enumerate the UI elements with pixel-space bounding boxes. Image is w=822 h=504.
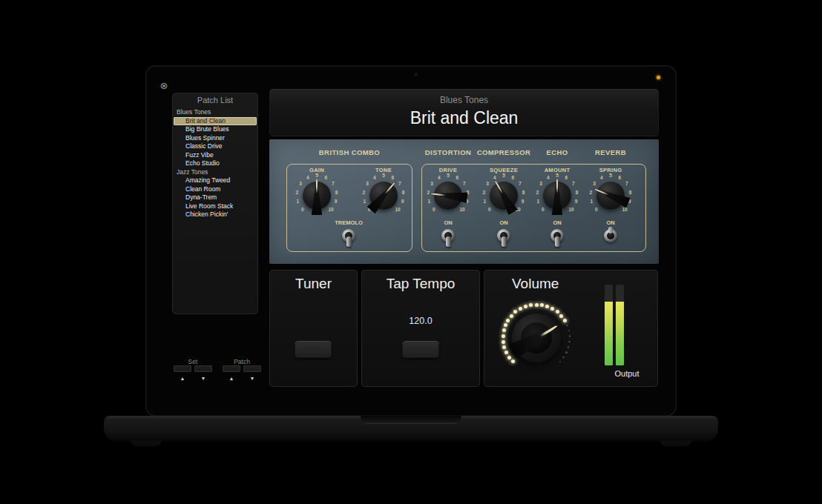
patch-list-item[interactable]: Live Room Stack: [174, 202, 257, 211]
led-dot-lit: [540, 303, 544, 307]
patch-prev-button[interactable]: [223, 365, 240, 372]
close-window-icon[interactable]: ⊗: [158, 80, 170, 92]
led-dot-lit: [502, 334, 505, 338]
set-label: Set: [174, 358, 212, 365]
patch-list-items: Blues TonesBrit and CleanBig Brute Blues…: [174, 108, 257, 219]
knob-scale-number: 8: [626, 190, 635, 196]
tuner-title: Tuner: [269, 276, 358, 292]
echo-on-label: ON: [535, 219, 579, 226]
amount-knob[interactable]: 012345678910: [529, 168, 585, 224]
amp-panel: BRITISH COMBO DISTORTION COMPRESSOR ECHO…: [269, 139, 659, 264]
knob-scale-number: 3: [590, 181, 599, 187]
led-dot-lit: [559, 314, 563, 318]
volume-knob[interactable]: [496, 297, 577, 379]
gain-knob[interactable]: 012345678910: [289, 168, 345, 224]
knob-scale-number: 4: [303, 175, 312, 181]
knob-scale-number: 7: [329, 181, 338, 187]
patch-group-label: Blues Tones: [174, 108, 257, 117]
knob-scale-number: 1: [587, 199, 596, 205]
knob-scale-number: 0: [430, 207, 438, 213]
knob-scale-number: 3: [296, 181, 305, 187]
patch-list-item[interactable]: Amazing Tweed: [174, 176, 257, 185]
knob-scale-number: 0: [592, 207, 601, 213]
tone-knob[interactable]: 012345678910: [355, 168, 412, 224]
spring-knob[interactable]: 012345678910: [582, 168, 639, 224]
led-dot-lit: [504, 351, 508, 354]
reverb-toggle-switch[interactable]: [602, 228, 619, 250]
knob-scale-number: 7: [569, 181, 578, 187]
knob-scale-number: 7: [622, 181, 631, 187]
knob-scale-number: 9: [572, 199, 581, 205]
tap-tempo-button[interactable]: [402, 341, 439, 358]
patch-label: Patch: [223, 358, 261, 365]
led-dot-off: [566, 325, 568, 327]
patch-list-item[interactable]: Big Brute Blues: [174, 125, 257, 134]
patch-up-arrow-icon[interactable]: ▲: [223, 376, 240, 381]
led-dot-lit: [513, 310, 517, 314]
patch-list-item[interactable]: Blues Spinner: [174, 134, 257, 143]
knob-scale-number: 5: [606, 173, 615, 179]
led-dot-off: [568, 330, 571, 332]
set-down-arrow-icon[interactable]: ▼: [194, 376, 212, 381]
knob-scale-number: 5: [379, 173, 388, 179]
webcam-icon: [414, 73, 418, 76]
led-dot-off: [569, 335, 571, 337]
knob-scale-number: 8: [399, 190, 408, 196]
patch-list-item[interactable]: Echo Studio: [174, 159, 257, 168]
led-dot-lit: [502, 345, 506, 349]
set-prev-button[interactable]: [174, 365, 191, 372]
knob-scale-number: 1: [480, 199, 489, 205]
meter-unlit-segment: [605, 285, 613, 302]
led-dot-lit: [545, 305, 549, 308]
knob-scale-number: 0: [485, 207, 494, 213]
reverb-title: REVERB: [573, 148, 648, 156]
knob-scale-number: 0: [298, 207, 307, 213]
patch-list-item[interactable]: Brit and Clean: [174, 117, 257, 126]
reverb-on-label: ON: [588, 219, 633, 226]
patch-list-title: Patch List: [172, 96, 258, 105]
led-dot-lit: [502, 328, 506, 332]
toggle-lever: [346, 236, 352, 247]
toggle-lever: [608, 227, 613, 233]
patch-down-arrow-icon[interactable]: ▼: [243, 376, 261, 381]
patch-list-item[interactable]: Chicken Pickin': [174, 210, 257, 219]
compressor-toggle-switch[interactable]: [496, 228, 512, 250]
knob-scale-number: 9: [332, 199, 341, 205]
knob-scale-number: 7: [516, 181, 525, 187]
desktop-background: ⊗ Patch List Blues TonesBrit and CleanBi…: [0, 0, 822, 504]
set-up-arrow-icon[interactable]: ▲: [174, 376, 191, 381]
knob-scale-number: 9: [519, 199, 527, 205]
drive-knob[interactable]: 012345678910: [420, 168, 476, 224]
tuner-button[interactable]: [295, 341, 332, 358]
led-dot-lit: [519, 307, 522, 311]
knob-scale-number: 2: [479, 190, 488, 196]
set-next-button[interactable]: [194, 365, 212, 372]
output-meter-label: Output: [586, 369, 668, 378]
knob-scale-number: 4: [544, 175, 553, 181]
echo-toggle-switch[interactable]: [549, 228, 565, 250]
led-dot-lit: [529, 303, 533, 307]
squeeze-knob[interactable]: 012345678910: [476, 168, 532, 224]
knob-scale-number: 5: [444, 173, 453, 179]
laptop-foot-right: [660, 440, 691, 446]
patch-list-item[interactable]: Clean Room: [174, 185, 257, 194]
output-meters: [605, 285, 627, 365]
knob-scale-number: 2: [424, 190, 433, 196]
distortion-toggle-switch[interactable]: [440, 228, 456, 250]
patch-list-item[interactable]: Dyna-Trem: [174, 193, 257, 202]
knob-scale-number: 2: [533, 190, 542, 196]
knob-scale-number: 6: [453, 175, 461, 181]
knob-scale-number: 2: [359, 190, 368, 196]
tremolo-toggle-switch[interactable]: [341, 228, 357, 250]
knob-scale-number: 2: [292, 190, 301, 196]
knob-scale-number: 7: [395, 181, 404, 187]
patch-list-item[interactable]: Fuzz Vibe: [174, 151, 257, 160]
knob-scale-number: 6: [321, 175, 330, 181]
meter-lit-segment: [605, 302, 613, 365]
knob-scale-number: 5: [499, 173, 508, 179]
patch-list-item[interactable]: Classic Drive: [174, 142, 257, 151]
patch-next-button[interactable]: [243, 365, 261, 372]
knob-scale-number: 10: [567, 207, 576, 213]
knob-scale-number: 10: [620, 207, 629, 213]
knob-scale-number: 6: [508, 175, 517, 181]
